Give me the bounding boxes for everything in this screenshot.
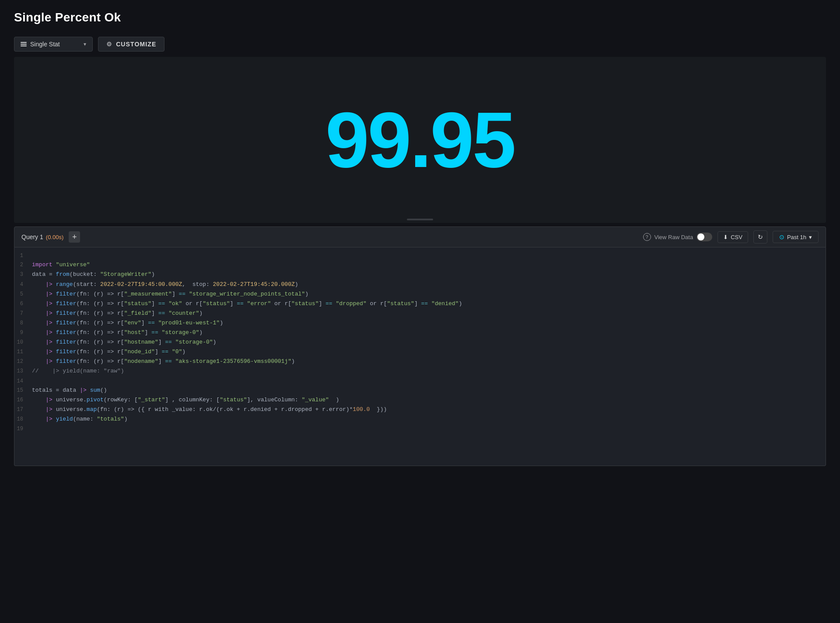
viz-panel: 99.95 xyxy=(14,57,826,223)
viz-type-dropdown[interactable]: Single Stat ▾ xyxy=(14,37,93,52)
query-bar-right: ? View Raw Data ⬇ CSV ↻ ⊙ Past 1h ▾ xyxy=(643,230,819,244)
code-line-6: 6 |> filter(fn: (r) => r["status"] == "o… xyxy=(14,299,826,309)
view-raw-label: View Raw Data xyxy=(654,234,693,240)
time-range-button[interactable]: ⊙ Past 1h ▾ xyxy=(773,231,819,243)
code-line-14: 14 xyxy=(14,376,826,386)
code-line-18: 18 |> yield(name: "totals") xyxy=(14,414,826,424)
code-line-4: 4 |> range(start: 2022-02-27T19:45:00.00… xyxy=(14,280,826,289)
csv-label: CSV xyxy=(731,234,742,240)
chevron-down-icon: ▾ xyxy=(84,41,86,47)
download-icon: ⬇ xyxy=(723,234,728,240)
code-line-19: 19 xyxy=(14,424,826,433)
code-line-15: 15 totals = data |> sum() xyxy=(14,386,826,395)
code-line-11: 11 |> filter(fn: (r) => r["node_id"] == … xyxy=(14,347,826,357)
viz-type-label: Single Stat xyxy=(30,41,60,48)
code-line-16: 16 |> universe.pivot(rowKey: ["_start"] … xyxy=(14,395,826,405)
resize-handle[interactable] xyxy=(407,219,433,220)
query-tab[interactable]: Query 1 (0.00s) xyxy=(21,233,63,240)
code-editor[interactable]: 1 2 import "universe" 3 data = from(buck… xyxy=(14,247,826,466)
query-time: (0.00s) xyxy=(46,234,63,240)
code-line-7: 7 |> filter(fn: (r) => r["_field"] == "c… xyxy=(14,309,826,318)
code-line-17: 17 |> universe.map(fn: (r) => ({ r with … xyxy=(14,405,826,414)
csv-button[interactable]: ⬇ CSV xyxy=(718,231,748,243)
raw-data-toggle-switch[interactable] xyxy=(696,233,712,241)
page-header: Single Percent Ok xyxy=(0,0,840,31)
help-icon[interactable]: ? xyxy=(643,233,651,241)
customize-label: CUSTOMIZE xyxy=(116,41,156,48)
stat-value: 99.95 xyxy=(326,101,514,179)
query-label: Query 1 xyxy=(21,233,43,240)
code-line-10: 10 |> filter(fn: (r) => r["hostname"] ==… xyxy=(14,338,826,347)
bars-icon xyxy=(21,42,27,46)
add-query-button[interactable]: + xyxy=(69,231,80,243)
code-line-13: 13 // |> yield(name: "raw") xyxy=(14,366,826,376)
toolbar: Single Stat ▾ ⚙ CUSTOMIZE xyxy=(0,31,840,57)
time-range-label: Past 1h xyxy=(787,234,806,240)
code-line-1: 1 xyxy=(14,251,826,260)
code-line-5: 5 |> filter(fn: (r) => r["_measurement"]… xyxy=(14,289,826,299)
code-line-12: 12 |> filter(fn: (r) => r["nodename"] ==… xyxy=(14,357,826,366)
clock-icon: ⊙ xyxy=(779,233,784,240)
code-line-8: 8 |> filter(fn: (r) => r["env"] == "prod… xyxy=(14,318,826,328)
refresh-icon: ↻ xyxy=(758,233,763,240)
code-line-9: 9 |> filter(fn: (r) => r["host"] == "sto… xyxy=(14,328,826,338)
query-bar: Query 1 (0.00s) + ? View Raw Data ⬇ CSV … xyxy=(14,226,826,247)
code-line-3: 3 data = from(bucket: "StorageWriter") xyxy=(14,270,826,279)
view-raw-data-toggle: ? View Raw Data xyxy=(643,233,713,241)
time-range-chevron: ▾ xyxy=(809,234,812,240)
gear-icon: ⚙ xyxy=(106,41,112,48)
code-line-2: 2 import "universe" xyxy=(14,260,826,270)
page-title: Single Percent Ok xyxy=(14,10,826,24)
customize-button[interactable]: ⚙ CUSTOMIZE xyxy=(98,37,164,52)
refresh-button[interactable]: ↻ xyxy=(753,230,767,244)
